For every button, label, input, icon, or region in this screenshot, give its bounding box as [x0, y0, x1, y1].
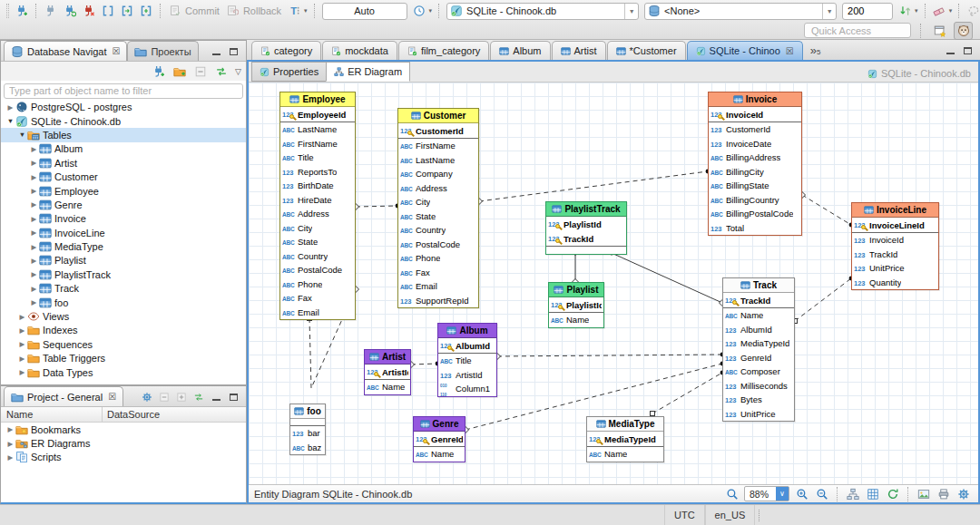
tree-item-sqlite-chinook-db[interactable]: ▼SQLite - Chinook.db: [1, 114, 246, 128]
editor-tab-album[interactable]: Album: [490, 41, 550, 60]
column-trackid[interactable]: 123TrackId: [852, 248, 938, 262]
er-diagram-canvas[interactable]: Employee123EmployeeIdABCLastNameABCFirst…: [249, 83, 978, 484]
entity-header[interactable]: Artist: [365, 350, 410, 365]
commit-button[interactable]: Commit: [185, 5, 220, 16]
new-sql-editor-button[interactable]: [136, 2, 155, 20]
column-billingcountry[interactable]: ABCBillingCountry: [709, 193, 801, 208]
editor-tab-artist[interactable]: Artist: [552, 41, 606, 60]
entity-header[interactable]: Album: [438, 324, 496, 338]
expander-icon[interactable]: ▶: [17, 313, 27, 321]
tab-database-navigator[interactable]: Database Navigat ☒: [4, 41, 127, 61]
maximize-button[interactable]: [228, 392, 239, 403]
column-playlistid[interactable]: 123PlaylistId: [549, 297, 603, 312]
entity-album[interactable]: Album123AlbumIdABCTitle123ArtistId010110…: [437, 323, 497, 397]
expander-icon[interactable]: ▶: [29, 215, 39, 223]
tree-item-employee[interactable]: ▶Employee: [1, 184, 246, 198]
column-invoicedate[interactable]: 123InvoiceDate: [709, 137, 801, 151]
tree-item-mediatype[interactable]: ▶MediaType: [1, 239, 246, 253]
zoom-out-button[interactable]: [812, 485, 831, 503]
hidden-tabs-chevron[interactable]: »5: [810, 44, 821, 57]
column-milliseconds[interactable]: 123Milliseconds: [723, 379, 794, 394]
column-customerid[interactable]: 123CustomerId: [398, 123, 478, 138]
collapse-all-button[interactable]: [191, 63, 210, 81]
column-column1[interactable]: 010110Column1: [438, 382, 496, 396]
entity-customer[interactable]: Customer123CustomerIdABCFirstNameABCLast…: [397, 108, 479, 308]
transaction-log-button[interactable]: T: [285, 2, 304, 20]
maximize-button[interactable]: [228, 46, 239, 57]
column-invoiceid[interactable]: 123InvoiceId: [709, 107, 801, 122]
toggle-grid-button[interactable]: [863, 485, 882, 503]
entity-header[interactable]: InvoiceLine: [852, 203, 938, 218]
subtab-properties[interactable]: Properties: [251, 62, 327, 82]
expander-icon[interactable]: ▶: [5, 425, 15, 433]
reconnect-button[interactable]: [60, 2, 79, 20]
column-employeeid[interactable]: 123EmployeeId: [280, 107, 355, 122]
entity-header[interactable]: Customer: [398, 109, 478, 123]
tree-item-artist[interactable]: ▶Artist: [1, 156, 246, 170]
schema-select[interactable]: <None> ▼: [644, 3, 837, 20]
sql-editor-button[interactable]: [98, 2, 117, 20]
column-city[interactable]: ABCCity: [398, 195, 478, 209]
rollback-button[interactable]: Rollback: [243, 5, 281, 16]
column-title[interactable]: ABCTitle: [438, 354, 496, 368]
column-billingaddress[interactable]: ABCBillingAddress: [709, 151, 801, 165]
expander-icon[interactable]: ▶: [29, 200, 39, 209]
entity-header[interactable]: Invoice: [709, 92, 801, 107]
column-lastname[interactable]: ABCLastName: [280, 122, 355, 137]
editor-tab-mockdata[interactable]: mockdata: [322, 41, 397, 60]
column-name[interactable]: ABCName: [549, 313, 603, 327]
project-collapse-button[interactable]: [159, 392, 170, 403]
link-with-editor-button[interactable]: [211, 63, 230, 81]
erase-dropdown-arrow[interactable]: ▾: [949, 7, 953, 15]
column-phone[interactable]: ABCPhone: [398, 251, 478, 266]
fetch-resultset-button[interactable]: [896, 2, 915, 20]
column-billingpostalcode[interactable]: ABCBillingPostalCode: [709, 207, 801, 221]
column-supportrepid[interactable]: 123SupportRepId: [398, 294, 478, 308]
entity-playlisttrack[interactable]: PlaylistTrack123PlaylistId123TrackId: [545, 201, 627, 255]
locale-status[interactable]: en_US: [705, 505, 756, 525]
timezone-status[interactable]: UTC: [664, 505, 705, 525]
column-title[interactable]: ABCTitle: [280, 151, 355, 165]
column-state[interactable]: ABCState: [280, 235, 355, 249]
diagram-settings-button[interactable]: [954, 485, 973, 503]
column-country[interactable]: ABCCountry: [398, 223, 478, 238]
new-folder-button[interactable]: [170, 63, 189, 81]
column-invoiceid[interactable]: 123InvoiceId: [852, 233, 938, 248]
refresh-diagram-button[interactable]: [883, 485, 902, 503]
transaction-dropdown-arrow[interactable]: ▾: [304, 7, 308, 15]
open-perspective-button[interactable]: [930, 22, 949, 40]
project-expand-button[interactable]: [176, 392, 187, 403]
column-mediatypeid[interactable]: 123MediaTypeId: [587, 432, 663, 446]
entity-artist[interactable]: Artist123ArtistIdABCName: [364, 349, 411, 395]
navigator-new-connection-button[interactable]: [149, 63, 168, 81]
column-postalcode[interactable]: ABCPostalCode: [398, 238, 478, 252]
expander-icon[interactable]: ▶: [29, 159, 39, 167]
minimize-button[interactable]: [945, 45, 956, 56]
close-icon[interactable]: ☒: [108, 392, 116, 402]
column-total[interactable]: 123Total: [709, 221, 801, 236]
entity-header[interactable]: Employee: [280, 92, 355, 107]
save-as-image-button[interactable]: [914, 485, 933, 503]
maximize-button[interactable]: [962, 45, 973, 56]
column-name[interactable]: ABCName: [365, 380, 410, 394]
column-bytes[interactable]: 123Bytes: [723, 393, 794, 407]
expander-icon[interactable]: ▶: [29, 173, 39, 181]
dbeaver-perspective-button[interactable]: [954, 22, 973, 40]
column-hiredate[interactable]: 123HireDate: [280, 193, 355, 208]
column-composer[interactable]: ABCComposer: [723, 365, 794, 379]
expander-icon[interactable]: ▶: [29, 298, 39, 306]
expander-icon[interactable]: ▶: [5, 453, 15, 462]
entity-employee[interactable]: Employee123EmployeeIdABCLastNameABCFirst…: [279, 92, 356, 320]
editor-tab-customer[interactable]: *Customer: [607, 41, 686, 60]
minimize-button[interactable]: [211, 46, 221, 57]
quick-access-input[interactable]: [804, 23, 911, 38]
project-settings-button[interactable]: [142, 392, 152, 403]
tree-item-postgresql-postgres[interactable]: ▶PostgreSQL - postgres: [1, 101, 246, 114]
arrange-diagram-button[interactable]: [843, 485, 862, 503]
column-invoicelineid[interactable]: 123InvoiceLineId: [852, 218, 938, 232]
tree-item-invoice[interactable]: ▶Invoice: [1, 212, 246, 226]
diagram-search-button[interactable]: [722, 485, 741, 503]
expander-icon[interactable]: ▶: [29, 270, 39, 278]
close-icon[interactable]: ☒: [112, 46, 120, 56]
tree-item-sequences[interactable]: ▶Sequences: [1, 337, 246, 351]
